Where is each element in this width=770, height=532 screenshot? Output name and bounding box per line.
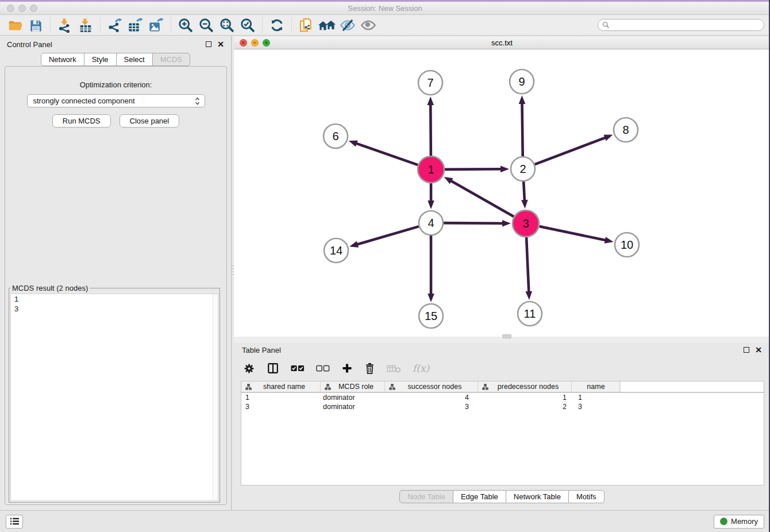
export-table-button[interactable] bbox=[125, 17, 146, 34]
home-networks-button[interactable] bbox=[317, 17, 337, 34]
float-panel-icon[interactable] bbox=[744, 347, 749, 353]
hierarchy-icon bbox=[482, 384, 488, 390]
edge-4-3[interactable] bbox=[444, 223, 504, 223]
edge-3-1[interactable] bbox=[450, 180, 514, 217]
edge-3-11[interactable] bbox=[526, 237, 529, 293]
node-label-3: 3 bbox=[522, 217, 529, 230]
edge-1-7[interactable] bbox=[430, 103, 431, 156]
criterion-value: strongly connected component bbox=[33, 97, 195, 105]
global-search-field[interactable] bbox=[598, 19, 764, 31]
delete-table-icon bbox=[387, 364, 401, 373]
search-input[interactable] bbox=[610, 21, 764, 29]
edge-arrowhead bbox=[500, 165, 509, 172]
memory-button[interactable]: Memory bbox=[714, 515, 764, 529]
clone-network-button[interactable] bbox=[296, 17, 317, 34]
zoom-out-button[interactable] bbox=[196, 17, 217, 34]
splitter-grip[interactable] bbox=[502, 334, 511, 338]
column-header-shared-name[interactable]: shared name bbox=[241, 381, 321, 392]
edge-2-9[interactable] bbox=[522, 102, 522, 156]
table-panel: Table Panel ✕ bbox=[234, 343, 770, 510]
export-image-button[interactable] bbox=[146, 17, 167, 34]
node-label-9: 9 bbox=[518, 75, 525, 88]
network-graph[interactable]: 7968124314101511 bbox=[234, 49, 770, 337]
network-canvas[interactable]: 7968124314101511 bbox=[234, 49, 770, 337]
edge-4-14[interactable] bbox=[356, 226, 419, 245]
close-panel-button[interactable]: Close panel bbox=[120, 114, 180, 128]
deselect-all-button[interactable] bbox=[316, 365, 330, 372]
refresh-view-button[interactable] bbox=[267, 17, 287, 34]
tab-node-table[interactable]: Node Table bbox=[399, 490, 453, 503]
column-header-name[interactable]: name bbox=[572, 381, 620, 392]
table-cell[interactable]: 3 bbox=[385, 403, 478, 411]
close-panel-icon[interactable]: ✕ bbox=[755, 346, 762, 354]
edge-1-6[interactable] bbox=[355, 143, 418, 165]
table-cell[interactable]: 1 bbox=[478, 394, 572, 402]
edge-1-2[interactable] bbox=[445, 169, 502, 169]
edge-arrowhead bbox=[521, 200, 528, 209]
function-builder-button[interactable]: f(x) bbox=[413, 363, 429, 374]
delete-table-button[interactable] bbox=[387, 364, 401, 373]
edge-2-8[interactable] bbox=[535, 137, 607, 164]
edge-arrowhead bbox=[428, 201, 434, 209]
mcds-result-list[interactable]: 13 bbox=[10, 294, 218, 501]
horizontal-splitter[interactable] bbox=[234, 337, 770, 343]
mcds-result-title: MCDS result (2 nodes) bbox=[10, 284, 90, 292]
export-network-icon bbox=[107, 17, 123, 33]
run-mcds-button[interactable]: Run MCDS bbox=[52, 114, 111, 128]
window-title: Session: New Session bbox=[0, 4, 770, 13]
edge-arrowhead bbox=[349, 241, 359, 248]
import-table-icon bbox=[78, 17, 94, 33]
table-cell[interactable]: 1 bbox=[241, 394, 321, 402]
tab-motifs[interactable]: Motifs bbox=[568, 490, 605, 503]
column-header-successor-nodes[interactable]: successor nodes bbox=[385, 381, 478, 392]
result-item[interactable]: 3 bbox=[11, 304, 218, 314]
node-label-14: 14 bbox=[330, 244, 342, 257]
save-session-button[interactable] bbox=[25, 17, 46, 34]
table-cell[interactable]: 3 bbox=[572, 403, 620, 411]
close-panel-icon[interactable]: ✕ bbox=[217, 40, 224, 48]
export-network-button[interactable] bbox=[105, 17, 125, 34]
task-history-button[interactable] bbox=[6, 515, 23, 529]
node-label-7: 7 bbox=[427, 76, 433, 89]
table-settings-button[interactable] bbox=[243, 363, 255, 375]
edge-arrowhead bbox=[444, 177, 453, 184]
tab-style[interactable]: Style bbox=[84, 53, 117, 66]
add-column-button[interactable] bbox=[341, 363, 353, 374]
table-row[interactable]: 1dominator411 bbox=[241, 393, 764, 402]
table-cell[interactable]: 1 bbox=[572, 394, 620, 402]
zoom-in-button[interactable] bbox=[175, 17, 196, 34]
criterion-dropdown[interactable]: strongly connected component bbox=[27, 94, 205, 107]
tab-network[interactable]: Network bbox=[41, 53, 84, 66]
tab-select[interactable]: Select bbox=[116, 53, 153, 66]
result-scrollbar[interactable] bbox=[213, 294, 218, 500]
zoom-fit-button[interactable] bbox=[217, 17, 237, 34]
open-session-button[interactable] bbox=[5, 17, 25, 34]
tab-mcds[interactable]: MCDS bbox=[152, 53, 190, 66]
table-cell[interactable]: 2 bbox=[478, 403, 572, 411]
delete-columns-button[interactable] bbox=[364, 363, 375, 375]
table-row[interactable]: 3dominator323 bbox=[241, 402, 764, 411]
tab-edge-table[interactable]: Edge Table bbox=[453, 490, 506, 503]
memory-status-icon bbox=[720, 518, 727, 525]
column-header-MCDS-role[interactable]: MCDS role bbox=[321, 381, 385, 392]
edge-2-3[interactable] bbox=[523, 182, 525, 202]
split-panel-button[interactable] bbox=[267, 362, 279, 375]
hierarchy-icon bbox=[389, 384, 395, 390]
result-item[interactable]: 1 bbox=[11, 294, 218, 304]
hide-details-button[interactable] bbox=[337, 17, 358, 34]
table-cell[interactable]: dominator bbox=[321, 394, 385, 402]
import-table-button[interactable] bbox=[75, 17, 96, 34]
edge-arrowhead bbox=[427, 97, 434, 105]
column-header-predecessor-nodes[interactable]: predecessor nodes bbox=[478, 381, 572, 392]
node-table[interactable]: shared nameMCDS rolesuccessor nodesprede… bbox=[241, 381, 764, 485]
import-network-button[interactable] bbox=[55, 17, 75, 34]
select-all-button[interactable] bbox=[291, 365, 305, 372]
table-cell[interactable]: dominator bbox=[321, 403, 385, 411]
zoom-selected-button[interactable] bbox=[237, 17, 258, 34]
tab-network-table[interactable]: Network Table bbox=[506, 490, 569, 503]
birdseye-view-button[interactable] bbox=[358, 17, 379, 34]
edge-3-10[interactable] bbox=[539, 226, 606, 241]
table-cell[interactable]: 4 bbox=[385, 394, 478, 402]
float-panel-icon[interactable] bbox=[206, 41, 211, 47]
table-cell[interactable]: 3 bbox=[241, 403, 321, 411]
